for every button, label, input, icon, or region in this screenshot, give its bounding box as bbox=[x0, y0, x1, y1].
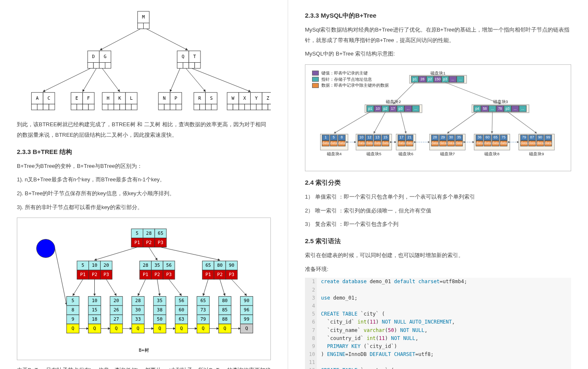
svg-rect-51 bbox=[131, 104, 137, 110]
svg-line-269 bbox=[393, 82, 415, 104]
svg-rect-86 bbox=[268, 104, 271, 110]
bplus-point-1: 1). n叉B+Tree最多含有n个key，而BTree最多含有n-1个key。 bbox=[17, 175, 271, 185]
code-line: create database demo_01 default charset=… bbox=[317, 278, 571, 286]
svg-rect-69 bbox=[211, 104, 217, 110]
svg-rect-3 bbox=[144, 23, 150, 29]
svg-line-149 bbox=[73, 279, 83, 296]
bplus-point-2: 2). B+Tree的叶子节点保存所有的key信息，依key大小顺序排列。 bbox=[17, 188, 271, 199]
svg-text:15: 15 bbox=[383, 135, 388, 139]
cls-2: 2） 唯一索引 ：索引列的值必须唯一，但允许有空值 bbox=[305, 206, 571, 216]
svg-text:p3: p3 bbox=[443, 77, 447, 81]
heading-25: 2.5 索引语法 bbox=[305, 237, 571, 245]
bplus-figure: 52865P1P2P3 51020P1P2P3283556P1P2P365809… bbox=[17, 218, 271, 360]
svg-text:...: ... bbox=[407, 106, 410, 111]
svg-text:80: 80 bbox=[217, 263, 222, 268]
svg-text:90: 90 bbox=[538, 135, 543, 139]
svg-text:...: ... bbox=[514, 106, 517, 111]
svg-text:60: 60 bbox=[179, 307, 184, 313]
svg-text:1: 1 bbox=[325, 135, 327, 139]
svg-line-21 bbox=[146, 29, 187, 50]
svg-rect-18 bbox=[189, 63, 195, 69]
svg-text:Y: Y bbox=[255, 96, 258, 101]
svg-text:8: 8 bbox=[72, 307, 75, 313]
svg-text:磁盘块4: 磁盘块4 bbox=[326, 152, 342, 157]
svg-text:56: 56 bbox=[179, 298, 184, 304]
svg-text:Q: Q bbox=[180, 326, 183, 331]
svg-text:Q: Q bbox=[93, 326, 96, 331]
svg-text:data: data bbox=[439, 141, 446, 145]
right-column: 2.3.3 MySQL中的B+Tree MySql索引数据结构对经典的B+Tre… bbox=[288, 0, 588, 369]
svg-text:S: S bbox=[210, 96, 213, 101]
svg-text:17: 17 bbox=[400, 135, 404, 139]
svg-rect-28 bbox=[43, 104, 49, 110]
svg-rect-10 bbox=[99, 63, 105, 69]
svg-point-88 bbox=[37, 239, 55, 258]
svg-text:p2: p2 bbox=[383, 106, 388, 111]
svg-text:60: 60 bbox=[486, 135, 490, 139]
svg-text:28: 28 bbox=[143, 263, 148, 268]
svg-rect-66 bbox=[194, 104, 200, 110]
svg-text:28: 28 bbox=[146, 231, 152, 236]
bplus-svg: 52865P1P2P3 51020P1P2P3283556P1P2P365809… bbox=[21, 221, 267, 355]
svg-rect-29 bbox=[49, 104, 55, 110]
svg-text:C: C bbox=[48, 96, 51, 101]
svg-rect-82 bbox=[245, 104, 251, 110]
code-line bbox=[317, 302, 571, 310]
btree-svg: M D G Q T ACEFHKLNPRSWXYZ bbox=[17, 9, 271, 113]
svg-text:键值：即表中记录的主键: 键值：即表中记录的主键 bbox=[321, 71, 368, 75]
svg-text:L: L bbox=[130, 96, 133, 101]
svg-text:35: 35 bbox=[457, 135, 461, 139]
svg-text:Q: Q bbox=[72, 326, 75, 331]
svg-text:data: data bbox=[431, 141, 438, 145]
svg-text:Q: Q bbox=[245, 326, 248, 331]
code-line: CREATE TABLE `country` ( bbox=[317, 366, 571, 369]
svg-rect-233 bbox=[313, 77, 319, 82]
svg-text:15: 15 bbox=[92, 307, 97, 313]
svg-line-353 bbox=[447, 112, 477, 133]
svg-line-179 bbox=[138, 279, 146, 296]
svg-rect-11 bbox=[105, 63, 111, 69]
svg-text:R: R bbox=[198, 96, 201, 101]
svg-text:X: X bbox=[243, 96, 246, 101]
svg-text:H: H bbox=[107, 96, 110, 101]
svg-text:P2: P2 bbox=[146, 240, 152, 245]
svg-text:79: 79 bbox=[200, 316, 206, 322]
svg-text:P1: P1 bbox=[143, 272, 148, 277]
svg-text:W: W bbox=[232, 96, 235, 101]
svg-text:data: data bbox=[447, 141, 454, 145]
svg-text:data: data bbox=[492, 141, 499, 145]
svg-text:5: 5 bbox=[72, 298, 75, 304]
svg-rect-47 bbox=[108, 104, 114, 110]
svg-text:...: ... bbox=[459, 77, 462, 81]
svg-rect-35 bbox=[71, 104, 77, 110]
svg-text:P3: P3 bbox=[229, 272, 234, 277]
svg-text:63: 63 bbox=[179, 316, 184, 322]
code-line: use demo_01; bbox=[317, 294, 571, 302]
bplus-point-3: 3). 所有的非叶子节点都可以看作是key的索引部分。 bbox=[17, 202, 271, 213]
svg-rect-57 bbox=[158, 104, 164, 110]
svg-text:data: data bbox=[476, 141, 483, 145]
cls-3: 3） 复合索引 ：即一个索引包含多个列 bbox=[305, 219, 571, 230]
svg-text:38: 38 bbox=[157, 307, 163, 313]
svg-line-30 bbox=[43, 68, 91, 91]
svg-text:80: 80 bbox=[222, 298, 227, 304]
heading-233: 2.3.3 B+TREE 结构 bbox=[17, 148, 271, 156]
svg-text:12: 12 bbox=[367, 135, 372, 139]
svg-text:P3: P3 bbox=[104, 272, 109, 277]
svg-line-169 bbox=[106, 279, 116, 296]
svg-rect-50 bbox=[126, 104, 131, 110]
svg-rect-37 bbox=[83, 104, 88, 110]
svg-text:F: F bbox=[87, 96, 90, 101]
svg-text:P1: P1 bbox=[206, 272, 211, 277]
code-line: `city_id` int(11) NOT NULL AUTO_INCREMEN… bbox=[317, 318, 571, 326]
svg-text:T: T bbox=[193, 54, 196, 59]
svg-rect-27 bbox=[37, 104, 43, 110]
svg-text:data: data bbox=[382, 141, 389, 145]
svg-rect-26 bbox=[32, 104, 37, 110]
svg-text:data: data bbox=[338, 141, 345, 145]
svg-text:p3: p3 bbox=[505, 106, 510, 111]
code-line: PRIMARY KEY (`city_id`) bbox=[317, 342, 571, 350]
btree-caption: 到此，该BTREE树就已经构建完成了，BTREE树 和 二叉树 相比，查询数据的… bbox=[17, 119, 271, 140]
svg-text:90: 90 bbox=[229, 263, 234, 268]
svg-text:...: ... bbox=[521, 106, 524, 111]
